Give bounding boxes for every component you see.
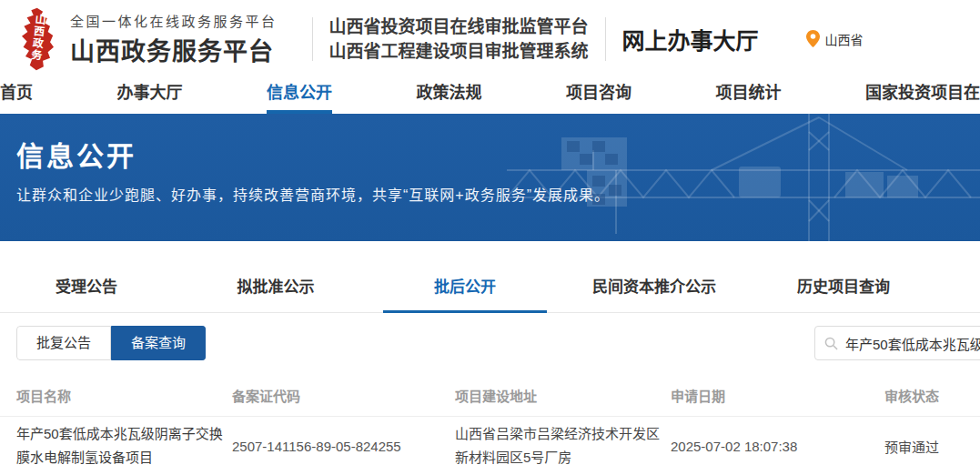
table-header-row: 项目名称 备案证代码 项目建设地址 申请日期 审核状态 (0, 375, 980, 417)
tab-post-approval-disclosure[interactable]: 批后公开 (383, 264, 547, 312)
col-header-review-status: 审核状态 (884, 386, 980, 405)
tab-pre-approval-publicity[interactable]: 拟批准公示 (194, 264, 358, 312)
section-tabs: 受理公告 拟批准公示 批后公开 民间资本推介公示 历史项目查询 (0, 264, 980, 313)
nav-item-info-disclosure[interactable]: 信息公开 (267, 77, 332, 114)
main-nav: 首页 办事大厅 信息公开 政策法规 项目咨询 项目统计 国家投资项目在 (0, 77, 980, 114)
page-banner: 信息公开 让群众和企业少跑腿、好办事，持续改善营商环境，共享“互联网+政务服务”… (0, 114, 980, 241)
col-header-project-name: 项目名称 (16, 386, 232, 405)
site-logo: 山西政务 (16, 7, 59, 71)
nav-item-project-stats[interactable]: 项目统计 (716, 77, 782, 114)
header-divider (312, 17, 313, 61)
brand-tagline: 全国一体化在线政务服务平台 (70, 11, 278, 30)
tab-history-project-query[interactable]: 历史项目查询 (762, 264, 925, 312)
col-header-apply-date: 申请日期 (671, 386, 884, 405)
platform-line-1: 山西省投资项目在线审批监管平台 (329, 15, 589, 39)
crane-background-image (507, 114, 980, 241)
toolbar: 批复公告 备案查询 (0, 326, 980, 360)
col-header-construction-address: 项目建设地址 (455, 386, 671, 405)
region-label: 山西省 (825, 30, 864, 48)
cell-review-status: 预审通过 (884, 437, 980, 456)
brand-block: 全国一体化在线政务服务平台 山西政务服务平台 (70, 11, 278, 67)
banner-title: 信息公开 (16, 134, 136, 174)
brand-title: 山西政务服务平台 (70, 32, 278, 67)
hall-title: 网上办事大厅 (622, 23, 759, 56)
nav-item-service-hall[interactable]: 办事大厅 (117, 77, 183, 114)
records-table: 项目名称 备案证代码 项目建设地址 申请日期 审核状态 年产50套低成本兆瓦级阴… (0, 375, 980, 475)
col-header-record-code: 备案证代码 (232, 386, 455, 405)
record-query-button[interactable]: 备案查询 (111, 326, 206, 360)
tab-private-capital-publicity[interactable]: 民间资本推介公示 (572, 264, 736, 312)
header-divider (605, 17, 606, 61)
table-row[interactable]: 年产50套低成本兆瓦级阴离子交换膜水电解制氢设备项目 2507-141156-8… (0, 417, 980, 475)
nav-item-policies[interactable]: 政策法规 (417, 77, 482, 114)
nav-item-project-consult[interactable]: 项目咨询 (566, 77, 631, 114)
banner-subtitle: 让群众和企业少跑腿、好办事，持续改善营商环境，共享“互联网+政务服务”发展成果。 (16, 183, 610, 205)
search-input[interactable] (845, 336, 980, 351)
search-box (814, 326, 980, 360)
nav-item-national-investment[interactable]: 国家投资项目在 (865, 77, 980, 114)
cell-construction-address: 山西省吕梁市吕梁经济技术开发区新材料园区5号厂房 (455, 422, 662, 470)
subtab-button-group: 批复公告 备案查询 (16, 326, 206, 360)
approval-notice-button[interactable]: 批复公告 (16, 326, 111, 360)
cell-apply-date: 2025-07-02 18:07:38 (671, 439, 884, 454)
search-icon (824, 337, 838, 350)
location-pin-icon (806, 30, 820, 47)
cell-project-name: 年产50套低成本兆瓦级阴离子交换膜水电解制氢设备项目 (16, 422, 227, 470)
cell-record-code: 2507-141156-89-05-824255 (232, 439, 455, 454)
tab-acceptance-notice[interactable]: 受理公告 (5, 264, 168, 312)
nav-item-home[interactable]: 首页 (0, 77, 33, 114)
platform-line-2: 山西省工程建设项目审批管理系统 (329, 39, 589, 64)
platform-names: 山西省投资项目在线审批监管平台 山西省工程建设项目审批管理系统 (329, 15, 589, 64)
site-header: 山西政务 全国一体化在线政务服务平台 山西政务服务平台 山西省投资项目在线审批监… (0, 0, 980, 77)
region-selector[interactable]: 山西省 (806, 30, 864, 48)
